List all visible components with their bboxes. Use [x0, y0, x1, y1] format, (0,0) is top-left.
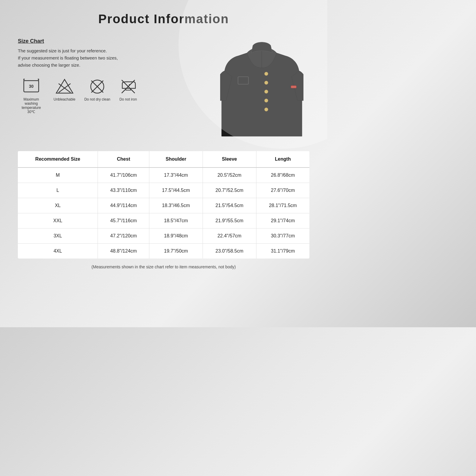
cell-chest: 41.7"/106cm — [98, 167, 149, 183]
cell-sleeve: 20.7"/52.5cm — [203, 183, 256, 198]
product-image-area — [214, 38, 309, 139]
table-row: 4XL 48.8"/124cm 19.7"/50cm 23.0"/58.5cm … — [18, 244, 309, 259]
chef-jacket-image — [220, 38, 303, 139]
col-header-chest: Chest — [98, 151, 149, 167]
col-header-sleeve: Sleeve — [203, 151, 256, 167]
care-icons-row: 30 Maximum washingtemperature 30℃ Unblea… — [18, 78, 202, 114]
cell-chest: 44.9"/114cm — [98, 198, 149, 213]
cell-length: 28.1"/71.5cm — [256, 198, 309, 213]
cell-size: M — [18, 167, 98, 183]
cell-sleeve: 20.5"/52cm — [203, 167, 256, 183]
cell-sleeve: 22.4"/57cm — [203, 228, 256, 244]
size-chart-label: Size Chart — [18, 38, 202, 44]
care-iron-item: Do not iron — [119, 78, 137, 101]
col-header-shoulder: Shoulder — [149, 151, 203, 167]
no-iron-icon — [119, 78, 137, 95]
care-dryclean-item: Do not dry clean — [84, 78, 110, 101]
cell-shoulder: 19.7"/50cm — [149, 244, 203, 259]
cell-size: L — [18, 183, 98, 198]
cell-length: 27.6"/70cm — [256, 183, 309, 198]
svg-point-15 — [264, 99, 268, 102]
table-row: M 41.7"/106cm 17.3"/44cm 20.5"/52cm 26.8… — [18, 167, 309, 183]
table-header-row: Recommended Size Chest Shoulder Sleeve L… — [18, 151, 309, 167]
cell-length: 31.1"/79cm — [256, 244, 309, 259]
left-info-panel: Size Chart The suggested size is just fo… — [18, 38, 202, 139]
cell-size: 4XL — [18, 244, 98, 259]
svg-marker-2 — [56, 79, 73, 93]
size-chart-note: The suggested size is just for your refe… — [18, 47, 202, 69]
svg-text:30: 30 — [29, 84, 34, 89]
table-row: 3XL 47.2"/120cm 18.9"/48cm 22.4"/57cm 30… — [18, 228, 309, 244]
cell-length: 26.8"/68cm — [256, 167, 309, 183]
table-row: L 43.3"/110cm 17.5"/44.5cm 20.7"/52.5cm … — [18, 183, 309, 198]
cell-length: 30.3"/77cm — [256, 228, 309, 244]
svg-point-16 — [264, 108, 268, 111]
svg-point-14 — [264, 90, 268, 93]
cell-size: 3XL — [18, 228, 98, 244]
cell-size: XXL — [18, 213, 98, 228]
size-table: Recommended Size Chest Shoulder Sleeve L… — [18, 151, 309, 259]
table-footnote: (Measurements shown in the size chart re… — [18, 264, 309, 269]
cell-chest: 43.3"/110cm — [98, 183, 149, 198]
care-wash-item: 30 Maximum washingtemperature 30℃ — [18, 78, 45, 114]
svg-point-12 — [264, 72, 268, 76]
cell-shoulder: 18.9"/48cm — [149, 228, 203, 244]
cell-chest: 47.2"/120cm — [98, 228, 149, 244]
col-header-length: Length — [256, 151, 309, 167]
table-row: XL 44.9"/114cm 18.3"/46.5cm 21.5"/54.5cm… — [18, 198, 309, 213]
cell-chest: 48.8"/124cm — [98, 244, 149, 259]
svg-rect-18 — [291, 86, 296, 88]
cell-chest: 45.7"/116cm — [98, 213, 149, 228]
no-bleach-icon — [56, 78, 73, 95]
cell-shoulder: 18.3"/46.5cm — [149, 198, 203, 213]
cell-size: XL — [18, 198, 98, 213]
care-bleach-item: Unbleachable — [54, 78, 75, 101]
wash-icon: 30 — [22, 78, 40, 95]
table-row: XXL 45.7"/116cm 18.5"/47cm 21.9"/55.5cm … — [18, 213, 309, 228]
cell-sleeve: 21.9"/55.5cm — [203, 213, 256, 228]
no-dryclean-icon — [88, 78, 106, 95]
cell-shoulder: 18.5"/47cm — [149, 213, 203, 228]
cell-sleeve: 23.0"/58.5cm — [203, 244, 256, 259]
page-title: Product Information — [18, 12, 309, 26]
cell-shoulder: 17.5"/44.5cm — [149, 183, 203, 198]
col-header-size: Recommended Size — [18, 151, 98, 167]
cell-sleeve: 21.5"/54.5cm — [203, 198, 256, 213]
svg-point-13 — [264, 81, 268, 84]
cell-length: 29.1"/74cm — [256, 213, 309, 228]
cell-shoulder: 17.3"/44cm — [149, 167, 203, 183]
size-table-wrapper: Recommended Size Chest Shoulder Sleeve L… — [18, 151, 309, 259]
